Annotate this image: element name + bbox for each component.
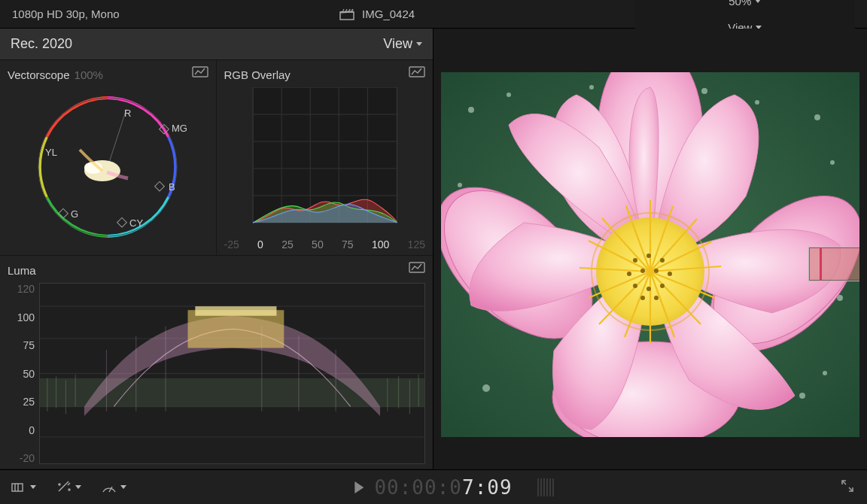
vs-target-yl: YL (45, 147, 57, 158)
rgb-overlay-panel: RGB Overlay (217, 60, 434, 256)
rgb-tick: 25 (281, 238, 294, 250)
rgb-tick: -25 (224, 238, 239, 250)
vs-target-g: G (71, 208, 78, 220)
rgb-overlay-title: RGB Overlay (224, 68, 291, 81)
svg-point-91 (633, 284, 637, 288)
vectorscope-display: R MG B CY G YL (29, 88, 187, 246)
svg-point-97 (59, 484, 60, 485)
svg-point-50 (799, 393, 805, 399)
svg-rect-5 (155, 181, 165, 191)
chevron-down-icon (120, 485, 126, 489)
luma-waveform-display (39, 283, 425, 464)
vs-target-b: B (169, 181, 175, 193)
zoom-dropdown[interactable]: 50% (729, 0, 761, 8)
clapper-icon (339, 8, 354, 20)
svg-point-49 (482, 384, 490, 392)
fullscreen-button[interactable] (840, 478, 855, 496)
bottom-toolbar: 00:00:07:09 (0, 469, 867, 504)
play-icon[interactable] (354, 481, 364, 493)
svg-point-84 (633, 258, 637, 263)
svg-rect-96 (12, 484, 23, 491)
rgb-tick: 75 (342, 238, 354, 250)
svg-point-56 (458, 183, 462, 187)
vs-target-cy: CY (129, 217, 143, 229)
viewer-canvas[interactable] (441, 72, 859, 437)
timecode-dim: 00:00:0 (374, 476, 462, 499)
svg-rect-6 (117, 217, 127, 227)
view-menu-scopes[interactable]: View (383, 36, 422, 52)
luma-title: Luma (8, 264, 36, 277)
svg-point-95 (654, 296, 659, 300)
main-split: Rec. 2020 View Vectorscope 100% (0, 29, 867, 469)
color-space-label: Rec. 2020 (11, 36, 72, 52)
svg-point-52 (755, 100, 759, 105)
svg-rect-28 (195, 306, 276, 316)
svg-point-92 (646, 287, 651, 291)
vectorscope-title: Vectorscope (8, 68, 70, 81)
luma-tick: -20 (8, 452, 35, 464)
timecode-bright: 7:09 (462, 476, 513, 499)
retime-menu-button[interactable] (11, 481, 36, 494)
luma-tick: 120 (8, 283, 35, 295)
scope-settings-icon[interactable] (409, 65, 425, 78)
color-space-dropdown[interactable]: Rec. 2020 (11, 36, 72, 52)
luma-tick: 50 (8, 368, 35, 380)
skimmer-indicator (537, 478, 554, 496)
timecode-display[interactable]: 00:00:07:09 (354, 476, 512, 499)
vectorscope-scale: 100% (75, 68, 103, 81)
scopes-view-label: View (383, 36, 412, 52)
format-label: 1080p HD 30p, Mono (12, 8, 120, 20)
luma-panel: Luma 120 100 75 50 25 0 -20 (0, 256, 433, 469)
chevron-down-icon (30, 485, 36, 489)
app-root: 1080p HD 30p, Mono IMG_0424 50% View (0, 0, 867, 504)
svg-point-88 (640, 269, 645, 273)
luma-tick: 0 (8, 424, 35, 436)
svg-point-90 (668, 272, 672, 276)
svg-point-87 (627, 272, 631, 276)
rgb-x-axis: -25 0 25 50 75 100 125 (224, 235, 426, 250)
scope-settings-icon[interactable] (409, 260, 425, 274)
chevron-down-icon (755, 0, 761, 3)
svg-point-45 (507, 93, 511, 97)
svg-point-98 (68, 489, 70, 490)
chevron-down-icon (416, 42, 422, 46)
svg-point-93 (660, 284, 665, 288)
luma-tick: 25 (8, 396, 35, 408)
scope-settings-icon[interactable] (192, 65, 208, 78)
chevron-down-icon (75, 485, 81, 489)
scopes-upper-row: Vectorscope 100% (0, 60, 433, 256)
vs-target-r: R (124, 108, 131, 119)
luma-tick: 100 (8, 311, 35, 323)
svg-rect-27 (188, 310, 284, 348)
svg-point-89 (654, 269, 659, 273)
svg-line-99 (109, 487, 112, 492)
rgb-tick: 100 (372, 238, 389, 250)
scopes-pane: Rec. 2020 View Vectorscope 100% (0, 29, 434, 469)
zoom-value: 50% (729, 0, 751, 8)
svg-point-48 (830, 160, 835, 165)
rgb-overlay-display (224, 87, 426, 235)
svg-point-54 (701, 88, 707, 94)
speed-gauge-button[interactable] (101, 481, 126, 494)
enhance-menu-button[interactable] (56, 481, 81, 494)
rgb-tick: 50 (312, 238, 324, 250)
rgb-tick: 125 (408, 238, 425, 250)
svg-point-47 (814, 114, 820, 120)
clip-name: IMG_0424 (362, 8, 415, 20)
svg-point-94 (640, 296, 645, 300)
svg-point-44 (468, 107, 474, 113)
scopes-header: Rec. 2020 View (0, 29, 433, 60)
clip-name-group: IMG_0424 (339, 8, 415, 20)
svg-point-85 (646, 254, 651, 258)
luma-y-axis: 120 100 75 50 25 0 -20 (8, 283, 39, 464)
color-sample-loupe[interactable] (808, 247, 859, 281)
rgb-tick: 0 (257, 238, 263, 250)
vs-target-mg: MG (172, 123, 187, 134)
svg-point-86 (660, 258, 665, 263)
luma-tick: 75 (8, 339, 35, 351)
viewer-pane (434, 29, 867, 469)
svg-point-57 (823, 371, 827, 375)
vectorscope-panel: Vectorscope 100% (0, 60, 217, 256)
viewer-top-bar: 1080p HD 30p, Mono IMG_0424 50% View (0, 0, 867, 29)
svg-point-53 (589, 85, 594, 90)
